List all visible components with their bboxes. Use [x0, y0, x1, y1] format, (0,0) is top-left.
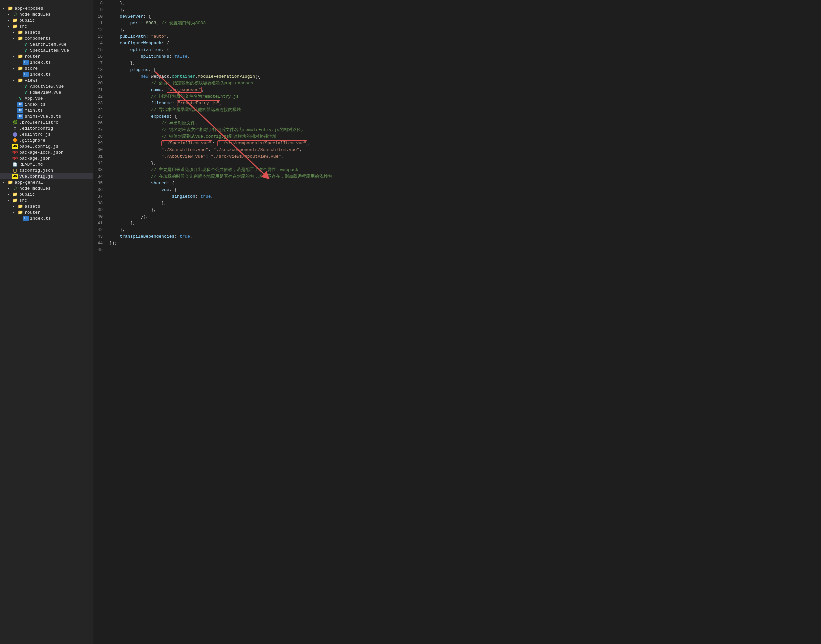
line-code: plugins: [: [108, 67, 821, 73]
line-number: 10: [94, 13, 108, 20]
line-number: 36: [94, 187, 108, 193]
tree-item-HomeView.vue[interactable]: VHomeView.vue: [0, 89, 93, 95]
line-code: splitChunks: false,: [108, 53, 821, 60]
tree-item-main_ts[interactable]: TSmain.ts: [0, 107, 93, 113]
tree-item-src_2[interactable]: 📁src: [0, 197, 93, 203]
file-icon: ⚙: [12, 126, 18, 131]
line-code: },: [108, 27, 821, 33]
tree-item-src_1[interactable]: 📁src: [0, 23, 93, 29]
tree-item-browserslistrc[interactable]: 🌿.browserslistrc: [0, 119, 93, 125]
tree-item-eslintrc[interactable]: ⬤.eslintrc.js: [0, 131, 93, 137]
line-code: port: 8083, // 设置端口号为8083: [108, 20, 821, 27]
tree-item-SpecialItem.vue[interactable]: VSpecialItem.vue: [0, 48, 93, 53]
tree-label: node_modules: [19, 12, 51, 17]
tree-arrow: [7, 198, 12, 202]
tree-arrow: [3, 180, 7, 184]
file-icon: ⬤: [12, 132, 18, 137]
tree-item-gitignore[interactable]: 🔶.gitignore: [0, 137, 93, 143]
file-icon: 📁: [17, 210, 23, 215]
code-line: 10 devServer: {: [94, 13, 821, 20]
line-code: },: [108, 200, 821, 207]
tree-item-node_modules_1[interactable]: ⬡node_modules: [0, 11, 93, 17]
tree-label: assets: [25, 30, 40, 35]
tree-label: router: [25, 54, 40, 59]
editor[interactable]: 8 },9 },10 devServer: {11 port: 8083, //…: [94, 0, 821, 644]
tree-arrow: [13, 204, 17, 209]
tree-item-public_2[interactable]: 📁public: [0, 191, 93, 197]
tree-item-tsconfig[interactable]: {}tsconfig.json: [0, 167, 93, 173]
line-code: transpileDependencies: true,: [108, 233, 821, 240]
code-line: 17 },: [94, 60, 821, 67]
tree-item-index_ts_2[interactable]: TSindex.ts: [0, 71, 93, 77]
line-code: },: [108, 60, 821, 67]
tree-item-vue_config[interactable]: JSvue.config.js: [0, 173, 93, 179]
file-icon: {}: [12, 168, 18, 173]
line-number: 13: [94, 33, 108, 40]
tree-item-assets_1[interactable]: 📁assets: [0, 29, 93, 35]
code-line: 27 // 键名对应该文件相对于打包后文件名为remoteEntry.js的相对…: [94, 127, 821, 133]
code-line: 28 // 键值对应到从vue.config.js到该模块的相对路径地址: [94, 133, 821, 140]
file-icon: npm: [12, 150, 18, 155]
file-icon: 📁: [7, 180, 13, 185]
tree-label: vue.config.js: [19, 174, 53, 179]
line-number: 31: [94, 153, 108, 160]
code-line: 26 // 导出对应文件,: [94, 120, 821, 127]
tree-item-index_ts_1[interactable]: TSindex.ts: [0, 59, 93, 65]
code-line: 11 port: 8083, // 设置端口号为8083: [94, 20, 821, 27]
line-number: 37: [94, 193, 108, 200]
line-code: vue: {: [108, 187, 821, 193]
tree-item-public_1[interactable]: 📁public: [0, 17, 93, 23]
code-line: 36 vue: {: [94, 187, 821, 193]
code-line: 9 },: [94, 7, 821, 13]
tree-item-babel_config[interactable]: JSbabel.config.js: [0, 143, 93, 149]
tree-arrow: [13, 30, 17, 34]
tree-item-App.vue[interactable]: VApp.vue: [0, 95, 93, 101]
tree-item-index_ts_3[interactable]: TSindex.ts: [0, 101, 93, 107]
tree-item-shims_vue[interactable]: TSshims-vue.d.ts: [0, 113, 93, 119]
tree-item-package_json[interactable]: npmpackage.json: [0, 155, 93, 161]
tree-arrow: [7, 186, 12, 190]
line-number: 28: [94, 133, 108, 140]
tree-item-components_1[interactable]: 📁components: [0, 35, 93, 41]
file-icon: 📄: [12, 162, 18, 167]
tree-item-SearchItem.vue[interactable]: VSearchItem.vue: [0, 41, 93, 48]
tree-item-package_lock[interactable]: npmpackage-lock.json: [0, 149, 93, 155]
code-line: 31 "./AboutView.vue": "./src/views/About…: [94, 153, 821, 160]
file-icon: 📁: [17, 54, 23, 59]
tree-item-router_2[interactable]: 📁router: [0, 209, 93, 215]
line-code: [108, 247, 821, 253]
tree-item-app-general[interactable]: 📁app-general: [0, 179, 93, 186]
code-line: 8 },: [94, 0, 821, 7]
tree-item-readme[interactable]: 📄README.md: [0, 161, 93, 167]
file-icon: npm: [12, 156, 18, 161]
code-line: 16 splitChunks: false,: [94, 53, 821, 60]
line-number: 45: [94, 247, 108, 253]
tree-arrow: [13, 78, 17, 82]
tree-arrow: [13, 210, 17, 214]
file-icon: V: [23, 42, 29, 47]
tree-item-app-exposes[interactable]: 📁app-exposes: [0, 5, 93, 11]
tree-item-store_1[interactable]: 📁store: [0, 65, 93, 71]
code-line: 22 // 指定打包后的文件名为remoteEntry.js: [94, 94, 821, 100]
line-code: configureWebpack: {: [108, 40, 821, 47]
tree-item-editorconfig[interactable]: ⚙.editorconfig: [0, 125, 93, 131]
tree-item-assets_2[interactable]: 📁assets: [0, 203, 93, 209]
line-code: },: [108, 227, 821, 233]
line-code: // 导出对应文件,: [108, 120, 821, 127]
code-line: 45: [94, 247, 821, 253]
tree-item-node_modules_2[interactable]: ⬡node_modules: [0, 186, 93, 191]
file-icon: ⬡: [12, 186, 18, 191]
tree-item-index_ts_router2[interactable]: TSindex.ts: [0, 215, 93, 221]
tree-item-views_1[interactable]: 📁views: [0, 77, 93, 83]
code-line: 41 ],: [94, 220, 821, 227]
line-number: 8: [94, 0, 108, 7]
tree-label: index.ts: [30, 60, 51, 65]
line-number: 30: [94, 147, 108, 153]
tree-item-router_1[interactable]: 📁router: [0, 53, 93, 59]
file-icon: 🔶: [12, 138, 18, 143]
tree-label: .gitignore: [19, 138, 45, 143]
tree-item-AboutView.vue[interactable]: VAboutView.vue: [0, 83, 93, 89]
line-number: 15: [94, 47, 108, 53]
tree-label: public: [19, 192, 35, 197]
tree-label: store: [25, 66, 38, 71]
